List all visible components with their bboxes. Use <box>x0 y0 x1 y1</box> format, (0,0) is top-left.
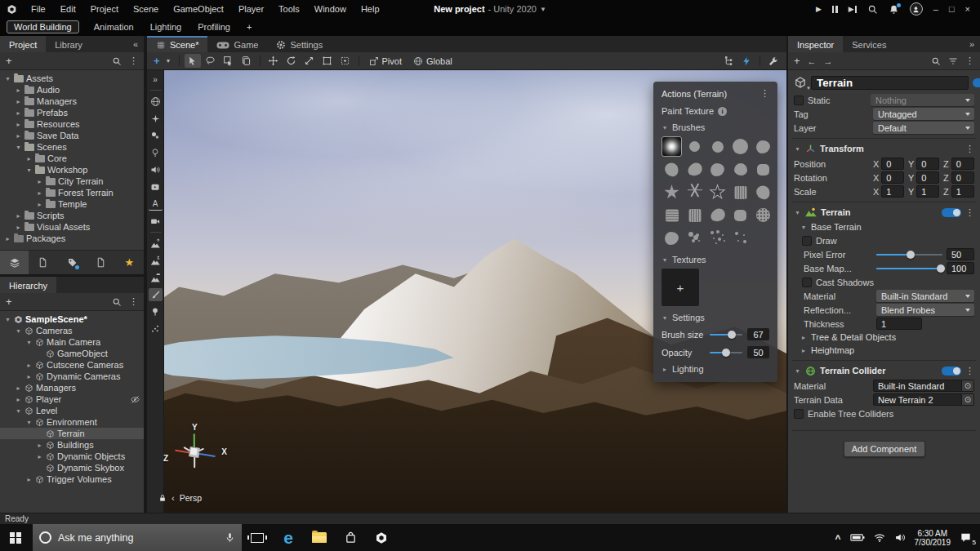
paint-tag-icon[interactable] <box>57 251 86 274</box>
menu-edit[interactable]: Edit <box>53 0 83 18</box>
eye-off-icon[interactable] <box>130 394 140 405</box>
microphone-icon[interactable] <box>225 532 235 543</box>
text-tool-icon[interactable]: A <box>149 198 163 211</box>
brush-swatch[interactable] <box>687 182 702 198</box>
add-asset-button[interactable]: + <box>6 55 12 67</box>
layout-tab-profiling[interactable]: Profiling <box>189 22 238 32</box>
favorites-star-icon[interactable]: ★ <box>115 251 144 274</box>
hier-item-level[interactable]: ▾Level <box>0 405 144 416</box>
enable-tree-colliders-checkbox[interactable] <box>794 409 804 419</box>
expand-arrow[interactable]: ▾ <box>25 167 33 174</box>
tab-hierarchy[interactable]: Hierarchy <box>0 277 56 293</box>
search-icon[interactable] <box>112 56 122 66</box>
scale-x-field[interactable]: 1 <box>881 185 904 198</box>
expand-arrow[interactable]: ▸ <box>36 442 43 449</box>
expand-arrow[interactable]: ▸ <box>15 224 22 231</box>
tab-services[interactable]: Services <box>843 36 895 52</box>
start-button[interactable] <box>0 524 31 551</box>
menu-tools[interactable]: Tools <box>271 0 307 18</box>
hier-item-player[interactable]: ▸Player <box>0 393 144 405</box>
expand-arrow[interactable]: ▾ <box>4 75 11 82</box>
brush-swatch[interactable] <box>684 159 705 180</box>
rotation-y-field[interactable]: 0 <box>916 171 939 184</box>
draw-checkbox[interactable] <box>802 236 812 246</box>
overflow-button[interactable]: » <box>964 36 980 52</box>
foldout-arrow[interactable]: ▾ <box>794 145 801 153</box>
lighting-foldout[interactable]: ▸Lighting <box>662 364 769 374</box>
lock-icon[interactable] <box>158 494 167 502</box>
audio-icon[interactable] <box>149 163 163 176</box>
component-menu-icon[interactable]: ⋮ <box>965 366 974 376</box>
add-button[interactable]: + <box>794 55 800 67</box>
layer-dropdown[interactable]: Default <box>873 122 974 134</box>
position-x-field[interactable]: 0 <box>881 158 904 170</box>
tree-item-city-terrain[interactable]: ▸City Terrain <box>0 176 144 187</box>
expand-arrow[interactable]: ▾ <box>15 144 22 151</box>
add-layout-tab-button[interactable]: + <box>238 22 260 32</box>
hidden-icons-chevron[interactable]: ^ <box>835 533 840 544</box>
pixel-error-slider[interactable] <box>876 254 942 256</box>
gameobject-name-field[interactable] <box>811 76 969 90</box>
opacity-value[interactable]: 50 <box>747 346 769 358</box>
expand-arrow[interactable]: ▸ <box>25 362 33 369</box>
hier-item-dynamic-cameras[interactable]: ▸Dynamic Cameras <box>0 371 144 382</box>
scale-tool[interactable] <box>301 54 318 68</box>
tree-item-scripts[interactable]: ▸Scripts <box>0 210 144 221</box>
rotation-x-field[interactable]: 0 <box>881 171 904 184</box>
hier-item-gameobject[interactable]: GameObject <box>0 348 144 359</box>
brush-swatch[interactable] <box>707 228 728 248</box>
shaded-wireframe-icon[interactable] <box>149 95 163 108</box>
tab-project[interactable]: Project <box>0 36 46 52</box>
textures-foldout[interactable]: ▾Textures <box>662 255 769 264</box>
menu-help[interactable]: Help <box>354 0 387 18</box>
component-enabled-toggle[interactable] <box>942 208 961 217</box>
hier-item-samplescene[interactable]: ▾SampleScene* <box>0 313 144 325</box>
brush-swatch[interactable] <box>684 136 705 157</box>
scale-y-field[interactable]: 1 <box>916 185 939 198</box>
add-gameobject-button[interactable]: + <box>6 295 12 308</box>
tree-item-workshop[interactable]: ▾Workshop <box>0 164 144 176</box>
base-map-value[interactable]: 100 <box>947 262 974 274</box>
expand-arrow[interactable]: ▸ <box>15 384 22 392</box>
expand-arrow[interactable]: ▾ <box>25 339 33 346</box>
hierarchy-filter-icon[interactable] <box>720 54 737 68</box>
layout-tab-animation[interactable]: Animation <box>86 22 142 32</box>
heightmap-foldout[interactable]: ▸Heightmap <box>792 344 976 357</box>
wifi-icon[interactable] <box>874 533 885 543</box>
expand-arrow[interactable]: ▸ <box>15 109 22 117</box>
tree-item-temple[interactable]: ▸Temple <box>0 198 144 210</box>
rect-tool[interactable] <box>319 54 336 68</box>
search-input[interactable] <box>58 532 218 544</box>
hier-item-main-camera[interactable]: ▾Main Camera <box>0 336 144 348</box>
terrain-stamp-icon[interactable] <box>149 271 163 284</box>
expand-arrow[interactable]: ▸ <box>4 235 11 242</box>
expand-arrow[interactable]: ▸ <box>15 396 22 403</box>
brush-swatch[interactable] <box>753 159 773 180</box>
position-y-field[interactable]: 0 <box>916 158 939 170</box>
brushes-foldout[interactable]: ▾Brushes <box>662 122 769 132</box>
battery-icon[interactable] <box>850 533 865 542</box>
thickness-field[interactable]: 1 <box>876 318 922 330</box>
expand-arrow[interactable]: ▸ <box>36 178 43 185</box>
gameobject-cube-icon[interactable]: ▼ <box>794 76 807 89</box>
store-button[interactable] <box>335 524 366 551</box>
title-chevron-down-icon[interactable]: ▼ <box>540 6 546 13</box>
brush-swatch[interactable] <box>684 228 705 248</box>
static-checkbox[interactable] <box>794 96 804 105</box>
terrain-height-icon[interactable] <box>149 254 163 267</box>
move-tool[interactable] <box>265 54 282 68</box>
scene-viewport[interactable]: » A Actions (Ter <box>147 70 786 513</box>
layers-icon[interactable] <box>0 251 29 274</box>
hier-item-terrain-selected[interactable]: Terrain <box>0 428 144 439</box>
reflection-dropdown[interactable]: Blend Probes <box>876 304 974 316</box>
tree-item-visual-assets[interactable]: ▸Visual Assets <box>0 221 144 233</box>
expand-arrow[interactable]: ▸ <box>36 189 43 197</box>
object-picker-icon[interactable]: ⊙ <box>962 393 974 406</box>
panel-menu-icon[interactable]: ⋮ <box>965 56 974 66</box>
expand-arrow[interactable]: ▾ <box>15 327 22 335</box>
component-enabled-toggle[interactable] <box>942 367 961 375</box>
global-toggle-button[interactable]: Global <box>408 56 457 67</box>
expand-arrow[interactable]: ▸ <box>25 476 33 483</box>
brush-swatch[interactable] <box>730 136 751 157</box>
brush-swatch[interactable] <box>730 159 751 180</box>
